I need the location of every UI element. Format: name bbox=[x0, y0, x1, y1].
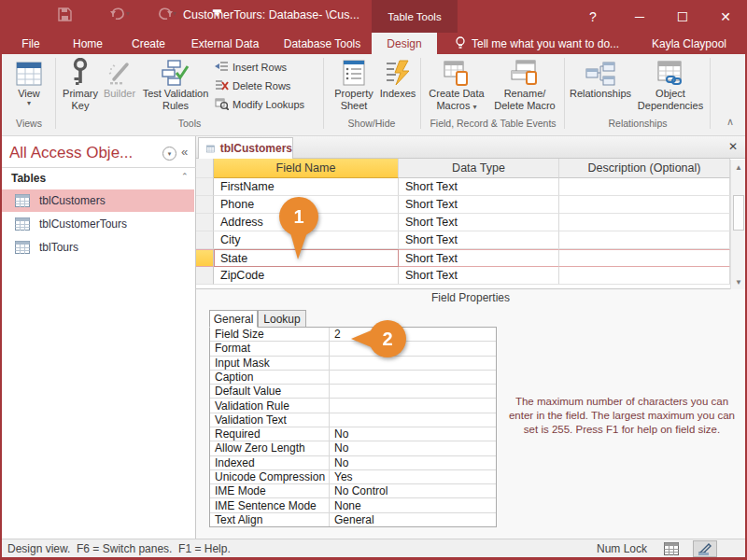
property-label[interactable]: Default Value bbox=[210, 385, 330, 398]
property-value[interactable] bbox=[330, 371, 496, 384]
shutter-bar-close-icon[interactable]: « bbox=[181, 145, 188, 159]
property-label[interactable]: Caption bbox=[210, 371, 330, 384]
indexes-button[interactable]: Indexes bbox=[377, 56, 418, 116]
column-header-description: Description (Optional) bbox=[559, 159, 730, 178]
field-name-cell[interactable]: ZipCode bbox=[214, 267, 399, 285]
maximize-button[interactable]: ☐ bbox=[667, 0, 698, 33]
row-selector[interactable] bbox=[196, 178, 214, 196]
description-cell[interactable] bbox=[559, 178, 730, 196]
undo-dropdown-icon[interactable]: ▾ bbox=[126, 10, 130, 18]
tab-database-tools[interactable]: Database Tools bbox=[275, 33, 370, 54]
redo-dropdown-icon[interactable]: ▾ bbox=[173, 10, 176, 18]
relationships-button[interactable]: Relationships bbox=[570, 56, 631, 116]
data-type-cell[interactable]: Short Text bbox=[399, 231, 559, 249]
property-value[interactable]: No bbox=[330, 427, 496, 441]
data-type-cell[interactable]: Short Text bbox=[399, 196, 559, 214]
tab-external-data[interactable]: External Data bbox=[181, 33, 269, 54]
property-sheet-button[interactable]: Property Sheet bbox=[329, 56, 379, 116]
tell-me-box[interactable]: Tell me what you want to do... bbox=[455, 33, 619, 54]
tab-create[interactable]: Create bbox=[121, 33, 176, 54]
nav-item-tblcustomertours[interactable]: tblCustomerTours bbox=[2, 213, 194, 235]
scrollbar-thumb[interactable] bbox=[733, 195, 744, 231]
data-type-cell[interactable]: Short Text bbox=[399, 214, 559, 231]
property-label[interactable]: Allow Zero Length bbox=[210, 441, 330, 455]
row-selector[interactable] bbox=[196, 231, 214, 249]
row-selector[interactable] bbox=[196, 214, 214, 231]
undo-button[interactable]: ▾ bbox=[110, 7, 130, 21]
property-label[interactable]: Validation Rule bbox=[210, 399, 330, 412]
property-value[interactable]: General bbox=[330, 513, 496, 526]
description-cell[interactable] bbox=[559, 267, 730, 285]
property-label[interactable]: Validation Text bbox=[210, 413, 330, 427]
scroll-up-icon[interactable]: ▲ bbox=[731, 160, 746, 175]
description-cell[interactable] bbox=[559, 214, 730, 231]
rename-delete-macro-button[interactable]: Rename/ Delete Macro bbox=[489, 56, 560, 116]
property-value[interactable] bbox=[330, 399, 496, 412]
tab-lookup[interactable]: Lookup bbox=[258, 310, 306, 328]
property-value[interactable]: No Control bbox=[330, 484, 496, 497]
tab-home[interactable]: Home bbox=[60, 33, 116, 54]
design-view-button[interactable] bbox=[693, 540, 717, 557]
tab-file[interactable]: File bbox=[9, 33, 52, 54]
data-type-cell[interactable]: Short Text bbox=[399, 267, 559, 285]
user-name[interactable]: Kayla Claypool bbox=[652, 33, 726, 54]
save-icon[interactable] bbox=[58, 7, 72, 21]
test-validation-rules-button[interactable]: Test Validation Rules bbox=[138, 56, 213, 116]
redo-button[interactable]: ▾ bbox=[157, 7, 176, 21]
nav-menu-dropdown-icon[interactable]: ▾ bbox=[162, 147, 176, 161]
collapse-ribbon-icon[interactable]: ∧ bbox=[726, 116, 734, 128]
property-value[interactable]: Yes bbox=[330, 470, 496, 483]
property-label[interactable]: IME Sentence Mode bbox=[210, 498, 330, 511]
property-value[interactable] bbox=[330, 413, 496, 427]
insert-rows-button[interactable]: Insert Rows bbox=[215, 58, 317, 76]
property-label[interactable]: IME Mode bbox=[210, 484, 330, 497]
property-value[interactable]: None bbox=[330, 498, 496, 511]
current-row-selector[interactable] bbox=[196, 249, 214, 267]
property-label[interactable]: Unicode Compression bbox=[210, 470, 330, 483]
relationships-icon bbox=[585, 56, 615, 86]
builder-button[interactable]: Builder bbox=[101, 56, 138, 116]
nav-section-tables[interactable]: Tables bbox=[11, 172, 46, 185]
grid-vertical-scrollbar[interactable]: ▲ ▼ bbox=[730, 160, 745, 289]
document-close-icon[interactable]: ✕ bbox=[728, 140, 738, 153]
modify-lookups-button[interactable]: Modify Lookups bbox=[215, 95, 317, 113]
data-type-cell[interactable]: Short Text bbox=[399, 178, 559, 196]
callout-2-number: 2 bbox=[382, 329, 392, 349]
section-collapse-icon[interactable]: ⌃ bbox=[181, 174, 189, 179]
tab-general[interactable]: General bbox=[209, 310, 258, 328]
property-label[interactable]: Text Align bbox=[210, 513, 330, 526]
delete-rows-button[interactable]: Delete Rows bbox=[215, 77, 317, 94]
description-cell[interactable] bbox=[559, 249, 730, 267]
document-tab-tblcustomers[interactable]: tblCustomers bbox=[198, 137, 293, 159]
property-label[interactable]: Indexed bbox=[210, 456, 330, 469]
datasheet-view-button[interactable] bbox=[659, 540, 684, 557]
property-label[interactable]: Input Mask bbox=[210, 357, 330, 370]
scroll-down-icon[interactable]: ▼ bbox=[731, 274, 746, 289]
nav-pane-title[interactable]: All Access Obje... bbox=[9, 144, 164, 162]
minimize-button[interactable]: ─ bbox=[624, 0, 655, 33]
nav-item-tbltours[interactable]: tblTours bbox=[2, 236, 194, 259]
indexes-lightning-icon bbox=[385, 56, 411, 86]
tab-design[interactable]: Design bbox=[372, 33, 437, 54]
nav-item-tblcustomers[interactable]: tblCustomers bbox=[2, 189, 194, 212]
property-value[interactable]: No bbox=[330, 456, 496, 469]
create-data-macros-button[interactable]: Create Data Macros ▾ bbox=[426, 56, 487, 116]
description-cell[interactable] bbox=[559, 196, 730, 214]
datasheet-view-icon bbox=[664, 542, 679, 555]
row-selector[interactable] bbox=[196, 267, 214, 285]
property-value[interactable] bbox=[330, 385, 496, 398]
view-dropdown-icon: ▾ bbox=[27, 100, 31, 107]
description-cell[interactable] bbox=[559, 231, 730, 249]
property-label[interactable]: Required bbox=[210, 427, 330, 441]
property-label[interactable]: Format bbox=[210, 342, 330, 355]
help-button[interactable]: ? bbox=[577, 0, 609, 33]
property-value[interactable]: No bbox=[330, 441, 496, 455]
field-properties-pane: Field Properties General Lookup Field Si… bbox=[196, 289, 745, 539]
property-label[interactable]: Field Size bbox=[210, 328, 330, 341]
primary-key-button[interactable]: Primary Key bbox=[60, 56, 101, 116]
close-button[interactable]: ✕ bbox=[710, 0, 741, 33]
data-type-cell[interactable]: Short Text bbox=[399, 249, 559, 267]
row-selector[interactable] bbox=[196, 196, 214, 214]
view-button[interactable]: View ▾ bbox=[7, 56, 50, 116]
object-dependencies-button[interactable]: Object Dependencies bbox=[635, 56, 706, 116]
